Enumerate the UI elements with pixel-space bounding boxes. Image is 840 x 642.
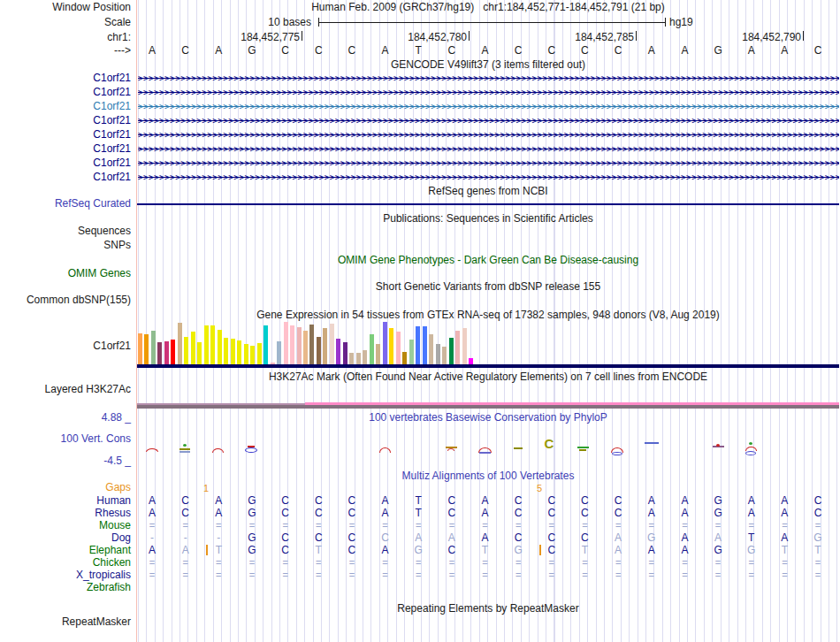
track-title-dbsnp[interactable]: Short Genetic Variants from dbSNP releas…	[137, 281, 839, 293]
track-label-cons-min[interactable]: -4.5 _	[0, 455, 131, 467]
gtex-bar	[389, 328, 393, 364]
gtex-bar	[416, 326, 420, 364]
align-base: =	[249, 556, 255, 569]
track-label-common-dbsnp[interactable]: Common dbSNP(155)	[0, 294, 131, 306]
align-base: C	[181, 507, 189, 519]
ruler-tick-2	[636, 31, 637, 41]
track-label-chicken[interactable]: Chicken	[0, 556, 131, 569]
sequence-base: A	[215, 45, 222, 57]
track-title-gtex[interactable]: Gene Expression in 54 tissues from GTEx …	[137, 310, 839, 321]
sequence-base: A	[481, 45, 488, 57]
align-base: C	[348, 531, 356, 544]
gene-intron-arrows[interactable]: >>>>>>>>>>>>>>>>>>>>>>>>>>>>>>>>>>>>>>>>…	[138, 157, 839, 170]
track-label-scale[interactable]: Scale	[0, 17, 131, 28]
align-base: T	[216, 544, 222, 556]
track-title-gencode[interactable]: GENCODE V49lift37 (3 items filtered out)	[137, 59, 839, 71]
track-label-mouse[interactable]: Mouse	[0, 519, 131, 531]
track-title-omim[interactable]: OMIM Gene Phenotypes - Dark Green Can Be…	[137, 255, 839, 266]
ruler-tick-1	[469, 31, 470, 41]
sequence-base: T	[416, 45, 422, 57]
align-base: =	[515, 519, 521, 531]
track-label-sequences[interactable]: Sequences	[0, 225, 131, 237]
track-title-refseq[interactable]: RefSeq genes from NCBI	[137, 186, 839, 197]
gtex-bar	[309, 325, 314, 364]
gtex-bar	[396, 332, 401, 364]
track-label-x_tropicalis[interactable]: X_tropicalis	[0, 569, 131, 581]
track-label-elephant[interactable]: Elephant	[0, 544, 131, 556]
gtex-bar	[469, 358, 473, 364]
track-label-human[interactable]: Human	[0, 494, 131, 507]
gene-line	[138, 106, 839, 107]
align-base: =	[682, 556, 687, 569]
gene-intron-arrows[interactable]: >>>>>>>>>>>>>>>>>>>>>>>>>>>>>>>>>>>>>>>>…	[138, 114, 839, 127]
align-base: =	[282, 519, 287, 531]
track-title-repeatmasker[interactable]: Repeating Elements by RepeatMasker	[137, 603, 839, 615]
track-title-publications[interactable]: Publications: Sequences in Scientific Ar…	[137, 213, 839, 225]
track-label-gaps[interactable]: Gaps	[0, 482, 131, 493]
align-base: =	[582, 519, 587, 531]
gene-label-5[interactable]: C1orf21	[0, 142, 131, 156]
gene-label-3[interactable]: C1orf21	[0, 114, 131, 127]
h3k27ac-muted-line	[137, 403, 305, 405]
align-base: =	[482, 556, 487, 569]
cons-glyph-dot	[749, 442, 752, 445]
gene-label-2[interactable]: C1orf21	[0, 100, 131, 113]
gene-label-1[interactable]: C1orf21	[0, 86, 131, 99]
align-base: A	[149, 494, 156, 507]
gene-intron-arrows[interactable]: >>>>>>>>>>>>>>>>>>>>>>>>>>>>>>>>>>>>>>>>…	[138, 100, 839, 113]
track-title-h3k27ac[interactable]: H3K27Ac Mark (Often Found Near Active Re…	[137, 371, 839, 383]
align-base: C	[315, 531, 323, 544]
track-label-refseq-curated[interactable]: RefSeq Curated	[0, 198, 131, 210]
track-label-window-position[interactable]: Window Position	[0, 2, 131, 13]
track-title-conservation[interactable]: 100 vertebrates Basewise Conservation by…	[137, 412, 839, 424]
align-base: G	[647, 531, 655, 544]
track-label-snps[interactable]: SNPs	[0, 240, 131, 251]
gene-label-7[interactable]: C1orf21	[0, 171, 131, 184]
genome-browser-image: Human Feb. 2009 (GRCh37/hg19) chr1:184,4…	[0, 0, 840, 642]
track-label-omim-genes[interactable]: OMIM Genes	[0, 268, 131, 279]
track-label-zebrafish[interactable]: Zebrafish	[0, 581, 131, 593]
gene-intron-arrows[interactable]: >>>>>>>>>>>>>>>>>>>>>>>>>>>>>>>>>>>>>>>>…	[138, 171, 839, 184]
align-base: -	[150, 531, 154, 544]
gene-label-6[interactable]: C1orf21	[0, 157, 131, 170]
track-title-multiz[interactable]: Multiz Alignments of 100 Vertebrates	[137, 470, 839, 482]
gtex-bar	[336, 339, 340, 364]
align-base: A	[714, 531, 722, 544]
gene-intron-arrows[interactable]: >>>>>>>>>>>>>>>>>>>>>>>>>>>>>>>>>>>>>>>>…	[138, 128, 839, 141]
align-base: A	[149, 507, 156, 519]
align-base: C	[615, 494, 622, 507]
ruler-label-3: 184,452,790	[730, 32, 801, 43]
track-label-strand[interactable]: --->	[0, 45, 131, 57]
gtex-bar	[363, 350, 367, 364]
track-label-layered-h3k27ac[interactable]: Layered H3K27Ac	[0, 384, 131, 395]
align-base: A	[215, 494, 222, 507]
align-base: C	[515, 494, 523, 507]
align-base: =	[649, 556, 654, 569]
track-label-cons-max[interactable]: 4.88 _	[0, 412, 131, 424]
gene-intron-arrows[interactable]: >>>>>>>>>>>>>>>>>>>>>>>>>>>>>>>>>>>>>>>>…	[138, 72, 839, 85]
gtex-bar	[284, 322, 288, 364]
track-label-gtex-gene[interactable]: C1orf21	[0, 340, 131, 352]
gene-label-0[interactable]: C1orf21	[0, 72, 131, 85]
gtex-bar	[429, 334, 433, 364]
gene-intron-arrows[interactable]: >>>>>>>>>>>>>>>>>>>>>>>>>>>>>>>>>>>>>>>>…	[138, 86, 839, 99]
track-label-dog[interactable]: Dog	[0, 531, 131, 544]
gene-label-4[interactable]: C1orf21	[0, 128, 131, 141]
align-base: =	[316, 569, 321, 581]
track-label-cons-track[interactable]: 100 Vert. Cons	[0, 433, 131, 445]
cons-glyph-arc	[212, 448, 224, 453]
track-label-chrom[interactable]: chr1:	[0, 32, 131, 43]
align-base: A	[748, 507, 755, 519]
refseq-curated-line[interactable]	[137, 203, 839, 205]
track-label-repeatmasker[interactable]: RepeatMasker	[0, 616, 131, 628]
track-label-rhesus[interactable]: Rhesus	[0, 507, 131, 519]
align-base: A	[681, 494, 688, 507]
align-base: =	[815, 569, 821, 581]
ruler-label-1: 184,452,780	[396, 32, 467, 43]
align-base: G	[714, 544, 722, 556]
scale-bar-left-tick	[318, 18, 319, 27]
gene-intron-arrows[interactable]: >>>>>>>>>>>>>>>>>>>>>>>>>>>>>>>>>>>>>>>>…	[138, 142, 839, 156]
align-base: =	[815, 556, 821, 569]
align-base: A	[781, 494, 788, 507]
align-base: =	[349, 519, 355, 531]
